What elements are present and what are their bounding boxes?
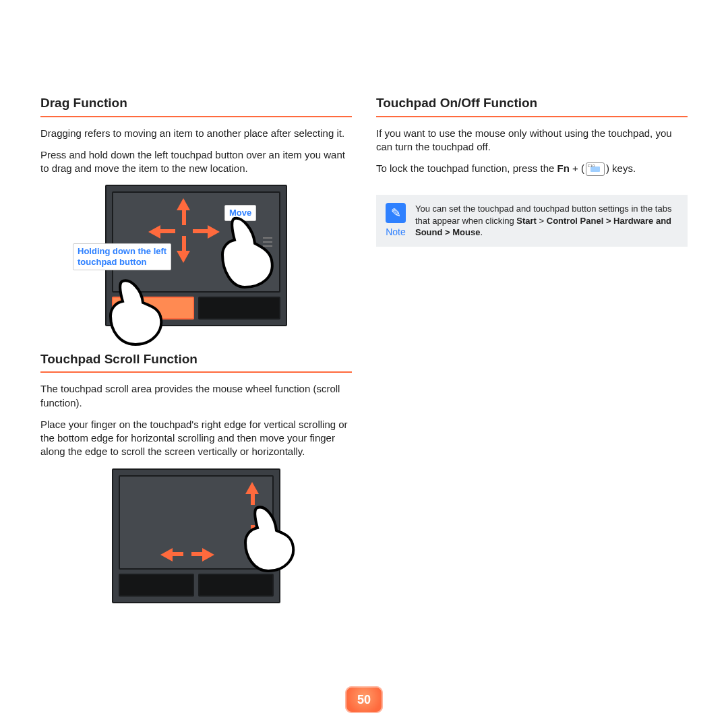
onoff-paragraph-1: If you want to use the mouse only withou… (376, 127, 688, 154)
arrow-down-icon (177, 251, 190, 263)
figure-scroll (40, 468, 352, 607)
note-pencil-icon: ✎ (386, 203, 406, 223)
hand-press-icon (98, 277, 173, 351)
onoff-text-c: ) keys. (606, 162, 636, 174)
drag-paragraph-2: Press and hold down the left touchpad bu… (40, 148, 352, 176)
scroll-paragraph-1: The touchpad scroll area provides the mo… (40, 382, 352, 410)
drag-paragraph-1: Dragging refers to moving an item to ano… (40, 127, 352, 140)
note-gt: > (537, 216, 547, 226)
hand-scroll-icon (235, 502, 302, 576)
note-period: . (480, 227, 483, 237)
note-label: Note (386, 226, 406, 239)
note-left: ✎ Note (386, 203, 406, 239)
heading-scroll-function: Touchpad Scroll Function (40, 351, 352, 373)
fn-key-text: Fn (557, 162, 570, 174)
onoff-paragraph-2: To lock the touchpad function, press the… (376, 162, 688, 176)
arrow-right-icon (202, 548, 214, 562)
label-holding-line1: Holding down the left (78, 246, 166, 256)
arrow-left-icon (148, 225, 160, 239)
page-columns: Drag Function Dragging refers to moving … (40, 94, 688, 627)
page-number-badge: 50 (345, 686, 383, 713)
onoff-text-b: + ( (570, 162, 584, 174)
label-holding-line2: touchpad button (78, 257, 147, 267)
touchpad-lock-key-icon: F10 (586, 162, 605, 176)
scroll-paragraph-2: Place your finger on the touchpad's righ… (40, 418, 352, 459)
note-text: You can set the touchpad and touchpad bu… (415, 203, 678, 239)
arrow-up-icon (177, 198, 190, 210)
label-holding: Holding down the left touchpad button (73, 243, 171, 270)
figure-drag: Move Holding down the left touchpad butt… (40, 185, 352, 330)
heading-drag-function: Drag Function (40, 94, 352, 117)
heading-onoff-function: Touchpad On/Off Function (376, 94, 688, 117)
arrow-left-icon (160, 548, 173, 562)
arrow-up-icon (245, 482, 259, 494)
left-column: Drag Function Dragging refers to moving … (40, 94, 352, 627)
note-box: ✎ Note You can set the touchpad and touc… (376, 195, 688, 247)
right-column: Touchpad On/Off Function If you want to … (376, 94, 688, 627)
note-start: Start (516, 216, 537, 226)
key-label: F10 (588, 163, 595, 169)
hand-move-icon (208, 213, 282, 294)
onoff-text-a: To lock the touchpad function, press the (376, 162, 557, 174)
